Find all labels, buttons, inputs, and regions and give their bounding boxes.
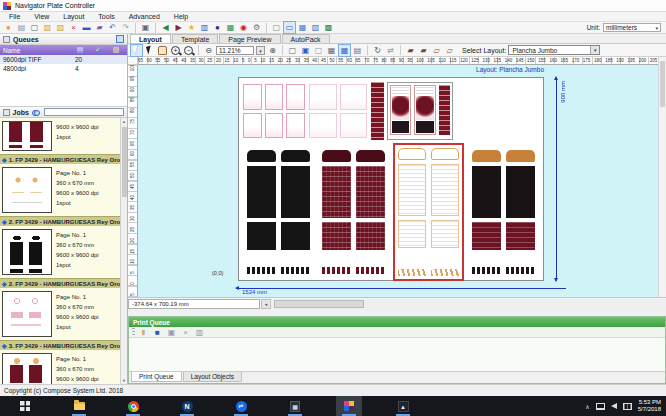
layout-canvas[interactable]: Layout: Plancha Jumbo 900 mm 1524 mm (0,… — [138, 65, 658, 297]
touch-keyboard-icon[interactable] — [623, 403, 632, 410]
scroll-down-icon[interactable] — [121, 377, 127, 384]
export-icon[interactable]: ▶ — [173, 22, 184, 33]
queue-row[interactable]: 4800dpi4 — [0, 64, 127, 73]
artwork-ornate-panel[interactable] — [387, 82, 453, 140]
taskbar-file-explorer[interactable] — [66, 396, 92, 416]
settings-icon[interactable]: ⚙ — [251, 22, 262, 33]
rotate-view-icon[interactable]: ↻ — [372, 45, 383, 56]
zoom-out-step-icon[interactable]: ⊖ — [203, 45, 214, 56]
edit-icon[interactable]: ▰ — [94, 22, 105, 33]
network-icon[interactable] — [596, 403, 605, 410]
verify-column-icon[interactable]: ✓ — [90, 46, 106, 54]
imposition-tool-icon[interactable]: ▧ — [310, 22, 321, 33]
job-header[interactable]: ◆1. FP 3429 - HAMBURGUESAS Rey Oro p — [0, 154, 120, 164]
artwork-panel-mixed[interactable] — [468, 146, 539, 278]
job-list-item[interactable]: Page No. 1360 x 670 mm9600 x 9600 dpi1sp… — [0, 350, 120, 384]
apps-tool-icon[interactable]: ▩ — [323, 22, 334, 33]
tab-layout[interactable]: Layout — [130, 34, 171, 43]
menu-view[interactable]: View — [27, 13, 56, 20]
taskbar-n-app[interactable]: N — [174, 396, 200, 416]
new-job-icon[interactable]: ▢ — [29, 22, 40, 33]
artwork-pink-group-b[interactable] — [309, 84, 367, 138]
canvas-hscrollbar[interactable] — [272, 299, 666, 309]
unit-dropdown[interactable]: millimeters — [603, 23, 661, 32]
zoom-in-tool-icon[interactable]: + — [171, 46, 180, 55]
job-list-item[interactable]: 9600 x 9600 dpi1spot — [0, 118, 120, 154]
resume-queue-icon[interactable]: ■ — [152, 327, 163, 338]
favorites-icon[interactable]: ★ — [186, 22, 197, 33]
taskbar-clock[interactable]: 5:53 PM 5/7/2018 — [638, 399, 661, 413]
zoom-level-field[interactable]: 11.21% — [216, 46, 254, 55]
job-header[interactable]: ◆3. FP 3429 - HAMBURGUESAS Rey Oro p — [0, 340, 120, 350]
new-layout-page-icon[interactable]: ▢ — [287, 45, 298, 56]
pan-tool-icon[interactable] — [157, 45, 168, 56]
edit-column-icon[interactable]: ▤ — [72, 46, 88, 54]
zoom-out-tool-icon[interactable]: − — [184, 46, 193, 55]
artwork-panel-selected[interactable] — [393, 143, 464, 281]
delete-layout-page-icon[interactable]: ▢ — [313, 45, 324, 56]
jobs-search-input[interactable] — [44, 108, 124, 116]
zoom-dropdown-icon[interactable] — [256, 46, 265, 55]
list-view-icon[interactable]: ▤ — [352, 45, 363, 56]
job-header[interactable]: ◆2. FP 3429 - HAMBURGUESAS Rey Oro p — [0, 278, 120, 288]
plate-tool-2-icon[interactable]: ▰ — [418, 45, 429, 56]
menu-tools[interactable]: Tools — [91, 13, 121, 20]
name-column-header[interactable]: Name — [3, 47, 72, 54]
scrollbar-thumb[interactable] — [274, 300, 364, 308]
bottom-tab-print-queue[interactable]: Print Queue — [131, 372, 182, 382]
taskbar-navigator[interactable] — [336, 396, 362, 416]
artwork-panel-black[interactable] — [243, 146, 314, 278]
delete-job-icon[interactable]: × — [68, 22, 79, 33]
undo-icon[interactable]: ↶ — [107, 22, 118, 33]
mirror-view-icon[interactable]: ⇄ — [385, 45, 396, 56]
volume-icon[interactable] — [611, 403, 617, 409]
taskbar-photos[interactable]: ▲ — [390, 396, 416, 416]
import-icon[interactable]: ◀ — [160, 22, 171, 33]
queues-column-header[interactable]: Name ▤✓▨ — [0, 45, 127, 55]
pin-icon[interactable] — [116, 35, 124, 43]
grid-tool-icon[interactable]: ▦ — [297, 22, 308, 33]
print-queue-list[interactable] — [129, 338, 665, 371]
menu-advanced[interactable]: Advanced — [122, 13, 167, 20]
taskbar-start[interactable] — [12, 396, 38, 416]
layout-view-icon[interactable]: ▦ — [339, 45, 350, 56]
artwork-panel-maroon[interactable] — [318, 146, 389, 278]
open-recent-icon[interactable]: ▨ — [55, 22, 66, 33]
drag-handle[interactable] — [132, 328, 135, 337]
page-setup-icon[interactable]: ▢ — [271, 22, 282, 33]
chevron-down-icon[interactable] — [590, 46, 599, 54]
menu-file[interactable]: File — [2, 13, 27, 20]
zoom-in-step-icon[interactable]: ⊕ — [267, 45, 278, 56]
plate-tool-4-icon[interactable]: ▱ — [444, 45, 455, 56]
table-icon[interactable]: ▦ — [225, 22, 236, 33]
taskbar-teamviewer[interactable]: ⇄ — [228, 396, 254, 416]
hold-column-icon[interactable]: ▨ — [108, 46, 124, 54]
select-tool-icon[interactable] — [131, 45, 142, 56]
proof-icon[interactable]: ● — [212, 22, 223, 33]
menu-layout[interactable]: Layout — [56, 13, 91, 20]
record-icon[interactable]: ◉ — [238, 22, 249, 33]
scrollbar-thumb[interactable] — [122, 127, 127, 197]
plate-tool-3-icon[interactable]: ▱ — [431, 45, 442, 56]
jobs-scrollbar[interactable] — [120, 118, 127, 384]
job-list-item[interactable]: Page No. 1360 x 670 mm9600 x 9600 dpi1sp… — [0, 226, 120, 278]
job-list-item[interactable]: Page No. 1360 x 670 mm9600 x 9600 dpi1sp… — [0, 288, 120, 340]
artwork-red-strip[interactable] — [371, 82, 384, 140]
redo-icon[interactable]: ↷ — [120, 22, 131, 33]
save-icon[interactable]: ▬ — [81, 22, 92, 33]
copy-pages-icon[interactable]: ▥ — [199, 22, 210, 33]
job-list-item[interactable]: Page No. 1360 x 670 mm9600 x 9600 dpi1sp… — [0, 164, 120, 216]
duplicate-queue-item-icon[interactable]: ▥ — [194, 327, 205, 338]
print-queue-print-icon[interactable]: ▣ — [166, 327, 177, 338]
bottom-tab-layout-objects[interactable]: Layout Objects — [183, 372, 242, 382]
plate-tool-1-icon[interactable]: ▰ — [405, 45, 416, 56]
queue-row[interactable]: 9600dpi TIFF20 — [0, 55, 127, 64]
remove-from-queue-icon[interactable]: × — [180, 327, 191, 338]
canvas-vscrollbar[interactable] — [658, 57, 666, 297]
job-header[interactable]: ◆2. FP 3429 - HAMBURGUESAS Rey Oro p — [0, 216, 120, 226]
print-icon[interactable]: ▣ — [140, 22, 151, 33]
menu-help[interactable]: Help — [167, 13, 195, 20]
tab-page-preview[interactable]: Page Preview — [219, 34, 280, 43]
search-icon[interactable] — [32, 109, 41, 116]
scroll-left-icon[interactable] — [261, 299, 271, 309]
